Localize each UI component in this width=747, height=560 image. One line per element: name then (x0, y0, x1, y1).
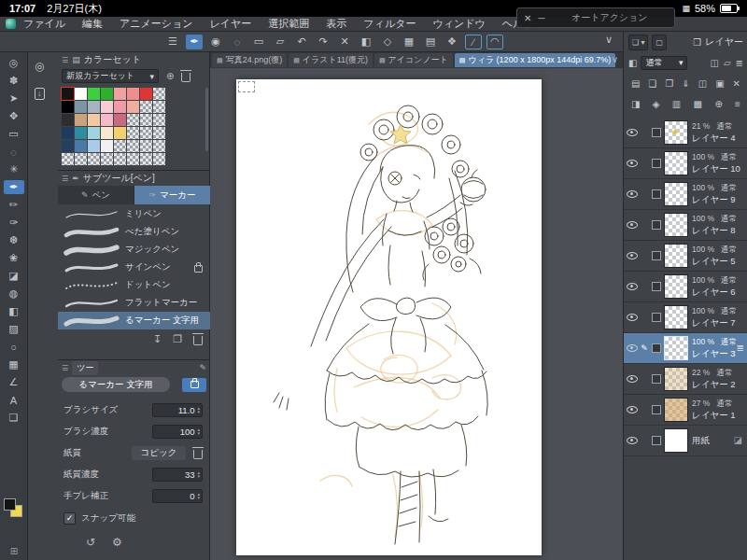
visibility-eye-icon[interactable] (627, 283, 638, 290)
stepper-arrows[interactable]: ▴▾ (197, 427, 200, 435)
layer-row[interactable]: 22 %通常 レイヤー 2 ≣ ◪ (624, 364, 747, 395)
subtool-brush-item[interactable]: るマーカー 文字用 (58, 312, 210, 329)
eyedropper-icon[interactable]: ◉ (207, 35, 224, 49)
color-swatch[interactable] (101, 114, 113, 126)
layer-thumbnail[interactable] (664, 398, 688, 422)
layer-row[interactable]: ✎ 100 %通常 レイヤー 3 ≣ ◪ (624, 333, 747, 364)
layer-menu-icon[interactable]: ≡ (735, 99, 740, 109)
color-swatch[interactable] (127, 153, 139, 165)
color-swatch[interactable] (127, 127, 139, 139)
color-swatch[interactable] (114, 101, 126, 113)
color-swatch[interactable] (101, 127, 113, 139)
color-swatch[interactable] (114, 88, 126, 100)
menu-item[interactable]: ウィンドウ (432, 17, 485, 31)
palette-chip[interactable]: ▢ (652, 35, 667, 50)
color-swatch[interactable] (88, 101, 100, 113)
color-swatch[interactable] (75, 140, 87, 152)
color-swatch[interactable] (88, 140, 100, 152)
color-swatch[interactable] (62, 140, 74, 152)
brush-icon[interactable]: ✑ (4, 216, 24, 230)
visibility-eye-icon[interactable] (627, 221, 638, 229)
layer-thumbnail[interactable] (664, 336, 688, 360)
layer-thumbnail[interactable] (664, 305, 688, 329)
layer-row[interactable]: 用紙 ≣ ◪ (624, 426, 747, 456)
workspace-grid-icon[interactable]: ⊞ (0, 546, 28, 556)
layer-row[interactable]: 100 %通常 レイヤー 8 ≣ ◪ (624, 210, 747, 241)
stabilization-input[interactable]: 0 ▴▾ (152, 489, 203, 503)
paper-opacity-input[interactable]: 33 ▴▾ (152, 468, 203, 482)
balloon-icon[interactable]: ❏ (4, 411, 24, 425)
color-swatch[interactable] (88, 153, 100, 165)
color-swatch[interactable] (153, 140, 165, 152)
move-layer-icon[interactable]: ✥ (4, 109, 24, 123)
color-swatch[interactable] (88, 88, 100, 100)
close-icon[interactable]: ✕ (524, 13, 531, 23)
subtool-brush-item[interactable]: サインペン (58, 259, 210, 276)
pen-icon[interactable]: ✒ (4, 180, 24, 194)
fill-bucket-icon[interactable]: ◧ (4, 304, 24, 318)
drawing-canvas[interactable] (236, 79, 542, 555)
grid-icon[interactable]: ▦ (401, 35, 417, 49)
color-swatch[interactable] (127, 140, 139, 152)
chevron-down-icon[interactable]: ∨ (612, 54, 618, 64)
paper-texture-button[interactable]: コピック (132, 446, 186, 460)
color-swatch[interactable] (114, 114, 126, 126)
layer-thumbnail[interactable] (664, 213, 688, 237)
scrollbar[interactable] (205, 88, 208, 151)
subtool-brush-item[interactable]: ドットペン (58, 276, 210, 294)
color-swatch[interactable] (101, 140, 113, 152)
zoom-palette-icon[interactable]: ◎ (35, 60, 44, 73)
visibility-eye-icon[interactable] (627, 129, 638, 136)
layer-thumbnail[interactable] (664, 120, 688, 145)
trash-icon[interactable] (193, 336, 203, 345)
menu-item[interactable]: 表示 (326, 17, 346, 31)
new-raster-layer-icon[interactable]: ❑ (648, 78, 656, 89)
app-logo-icon[interactable] (6, 19, 16, 29)
drag-handle-icon[interactable]: ≣ (737, 343, 744, 353)
layer-checkbox[interactable] (652, 436, 661, 445)
layer-checkbox[interactable] (652, 189, 661, 199)
layer-checkbox[interactable] (652, 343, 661, 353)
pencil-icon[interactable]: ✏ (4, 198, 24, 212)
drag-handle-icon[interactable]: ☰ (62, 364, 68, 372)
color-swatch[interactable] (75, 88, 87, 100)
canvas-tab[interactable]: ▤イラスト11(復元) (289, 53, 373, 67)
layer-checkbox[interactable] (652, 159, 661, 168)
clear-icon[interactable]: ✕ (336, 35, 353, 49)
color-swatch[interactable] (88, 127, 100, 139)
color-swatch[interactable] (127, 114, 139, 126)
add-color-icon[interactable]: ⊕ (166, 71, 174, 81)
color-swatch[interactable] (75, 101, 87, 113)
lasso-icon[interactable]: ◌ (4, 145, 24, 159)
stepper-arrows[interactable]: ▴▾ (197, 406, 200, 413)
new-layer-folder-icon[interactable]: ❒ (665, 78, 673, 89)
subtool-brush-item[interactable]: ミリペン (58, 205, 210, 223)
layer-checkbox[interactable] (652, 374, 661, 384)
duplicate-subtool-icon[interactable]: ❐ (173, 333, 182, 345)
merge-down-icon[interactable]: ⇓ (682, 78, 689, 89)
color-swatch[interactable] (114, 127, 126, 139)
trash-icon[interactable] (193, 450, 203, 459)
color-swatch[interactable] (153, 88, 165, 100)
color-swatch[interactable] (62, 114, 74, 126)
subtool-brush-item[interactable]: フラットマーカー (58, 294, 210, 312)
color-swatch[interactable] (75, 127, 87, 139)
settings-wrench-icon[interactable]: ⚙ (112, 536, 122, 549)
reference-layer-icon[interactable]: ◈ (653, 99, 660, 109)
color-swatch[interactable] (62, 153, 74, 165)
current-tool-pen-icon[interactable]: ✒ (186, 35, 203, 49)
text-icon[interactable]: A (4, 393, 24, 407)
layer-checkbox[interactable] (652, 128, 661, 137)
layer-row[interactable]: 100 %通常 レイヤー 5 ≣ ◪ (624, 241, 747, 272)
import-subtool-icon[interactable]: ↧ (153, 333, 162, 345)
snap-curve-toggle-icon[interactable]: ◠ (486, 35, 503, 49)
select-circle-icon[interactable]: ◌ (229, 35, 246, 49)
color-swatch[interactable] (75, 153, 87, 165)
figure-icon[interactable]: ○ (4, 340, 24, 354)
color-swatch[interactable] (140, 140, 152, 152)
clip-to-layer-icon[interactable]: ◨ (631, 99, 640, 109)
color-swatch[interactable] (62, 101, 74, 113)
drag-handle-icon[interactable]: ☰ (62, 175, 68, 183)
layer-checkbox[interactable] (652, 313, 661, 322)
color-swatch[interactable] (127, 88, 139, 100)
